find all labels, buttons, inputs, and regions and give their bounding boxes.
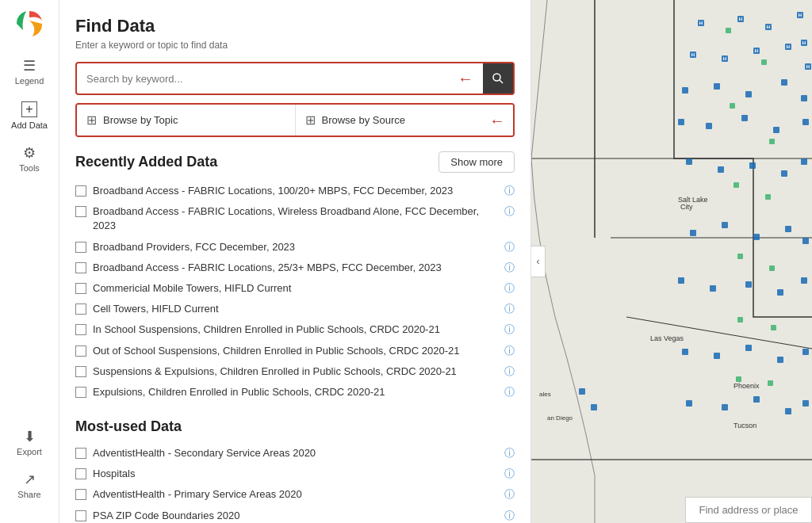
item-checkbox-2[interactable] (75, 489, 86, 500)
svg-rect-23 (745, 91, 752, 97)
info-icon[interactable]: ⓘ (504, 281, 515, 296)
svg-rect-69 (768, 380, 773, 386)
search-button[interactable] (483, 63, 513, 94)
list-item: Hospitals ⓘ (75, 464, 515, 484)
list-item: Commericial Mobile Towers, HIFLD Current… (75, 278, 515, 299)
svg-rect-46 (682, 349, 688, 355)
svg-line-1 (500, 80, 503, 83)
svg-rect-35 (801, 158, 807, 165)
list-item: Suspensions & Expulsions, Children Enrol… (75, 361, 515, 382)
item-checkbox-2[interactable] (75, 242, 86, 253)
list-item: PSA ZIP Code Boundaries 2020 ⓘ (75, 506, 515, 523)
info-icon[interactable]: ⓘ (504, 365, 515, 379)
search-input[interactable] (77, 65, 483, 93)
nav-item-add-data[interactable]: + Add Data (0, 94, 59, 138)
svg-rect-41 (678, 277, 684, 284)
nav-item-legend[interactable]: ☰ Legend (0, 51, 59, 94)
nav-item-share[interactable]: ↗ Share (0, 464, 59, 507)
list-item: AdventistHealth - Secondary Service Area… (75, 443, 515, 464)
svg-text:H: H (767, 25, 770, 29)
item-text: Hospitals (93, 467, 498, 481)
item-checkbox-7[interactable] (75, 345, 86, 357)
info-icon[interactable]: ⓘ (504, 261, 515, 275)
svg-rect-58 (726, 28, 731, 33)
info-icon[interactable]: ⓘ (504, 323, 515, 337)
export-icon: ⬇ (24, 429, 36, 444)
list-item: Out of School Suspensions, Children Enro… (75, 341, 515, 361)
nav-item-export[interactable]: ⬇ Export (0, 422, 59, 464)
search-arrow-indicator: ← (458, 70, 473, 88)
info-icon[interactable]: ⓘ (504, 184, 515, 198)
svg-rect-53 (753, 396, 760, 403)
item-checkbox-0[interactable] (75, 185, 86, 197)
item-text: Expulsions, Children Enrolled in Public … (93, 385, 498, 399)
item-checkbox-1[interactable] (75, 468, 86, 479)
info-icon[interactable]: ⓘ (504, 385, 515, 399)
find-data-panel: Find Data Enter a keyword or topic to fi… (59, 0, 531, 523)
item-checkbox-3[interactable] (75, 510, 86, 521)
browse-by-topic-button[interactable]: ⊞ Browse by Topic (77, 105, 296, 136)
svg-text:Phoenix: Phoenix (733, 382, 760, 390)
svg-rect-40 (802, 238, 809, 244)
svg-rect-25 (801, 95, 807, 101)
info-icon[interactable]: ⓘ (504, 204, 515, 219)
item-checkbox-6[interactable] (75, 324, 86, 335)
nav-item-tools[interactable]: ⚙ Tools (0, 138, 59, 181)
svg-rect-39 (785, 226, 791, 232)
browse-arrow-indicator: ← (489, 111, 505, 129)
item-text: AdventistHealth - Secondary Service Area… (93, 446, 498, 460)
item-text: AdventistHealth - Primary Service Areas … (93, 487, 498, 502)
svg-text:H: H (806, 64, 810, 69)
svg-rect-54 (785, 408, 791, 414)
find-address-bar[interactable]: Find address or place (685, 497, 812, 523)
svg-text:City: City (680, 203, 693, 211)
svg-text:ales: ales (539, 391, 551, 398)
item-checkbox-0[interactable] (75, 448, 86, 459)
svg-rect-60 (730, 103, 735, 109)
left-navigation: ☰ Legend + Add Data ⚙ Tools ⬇ Export ↗ S… (0, 0, 59, 523)
item-checkbox-1[interactable] (75, 206, 86, 217)
info-icon[interactable]: ⓘ (504, 344, 515, 358)
item-checkbox-3[interactable] (75, 262, 86, 273)
browse-source-label: Browse by Source (322, 114, 406, 126)
map-collapse-button[interactable]: ‹ (531, 246, 546, 277)
svg-point-0 (493, 74, 500, 81)
info-icon[interactable]: ⓘ (504, 487, 515, 502)
recently-added-list: Broadband Access - FABRIC Locations, 100… (75, 181, 515, 403)
info-icon[interactable]: ⓘ (504, 509, 515, 523)
svg-text:Las Vegas: Las Vegas (650, 334, 684, 342)
svg-rect-59 (761, 59, 767, 65)
svg-rect-21 (682, 87, 688, 94)
item-checkbox-9[interactable] (75, 387, 86, 398)
nav-label-tools: Tools (19, 163, 40, 173)
svg-rect-52 (722, 404, 728, 410)
info-icon[interactable]: ⓘ (504, 240, 515, 254)
svg-rect-38 (753, 234, 760, 240)
list-item: Broadband Providers, FCC December, 2023 … (75, 237, 515, 258)
app-logo (12, 6, 47, 41)
svg-rect-45 (801, 277, 807, 284)
item-checkbox-4[interactable] (75, 283, 86, 294)
panel-subtitle: Enter a keyword or topic to find data (75, 40, 515, 51)
item-text: Cell Towers, HIFLD Current (93, 302, 498, 316)
svg-rect-22 (714, 83, 720, 90)
show-more-button[interactable]: Show more (439, 151, 515, 173)
svg-text:H: H (691, 52, 695, 57)
info-icon[interactable]: ⓘ (504, 467, 515, 481)
item-checkbox-5[interactable] (75, 303, 86, 315)
most-used-title: Most-used Data (75, 418, 515, 435)
svg-rect-57 (591, 404, 597, 410)
recently-added-title: Recently Added Data (75, 154, 217, 170)
item-checkbox-8[interactable] (75, 366, 86, 377)
svg-text:Tucson: Tucson (733, 422, 756, 429)
svg-rect-67 (771, 325, 776, 330)
svg-rect-30 (802, 119, 809, 125)
info-icon[interactable]: ⓘ (504, 302, 515, 316)
topic-icon: ⊞ (86, 113, 97, 128)
item-text: Broadband Providers, FCC December, 2023 (93, 240, 498, 254)
list-item: Expulsions, Children Enrolled in Public … (75, 382, 515, 403)
nav-label-share: Share (17, 490, 40, 499)
info-icon[interactable]: ⓘ (504, 446, 515, 460)
panel-title: Find Data (75, 16, 515, 36)
browse-by-source-button[interactable]: ⊞ Browse by Source (296, 105, 514, 136)
